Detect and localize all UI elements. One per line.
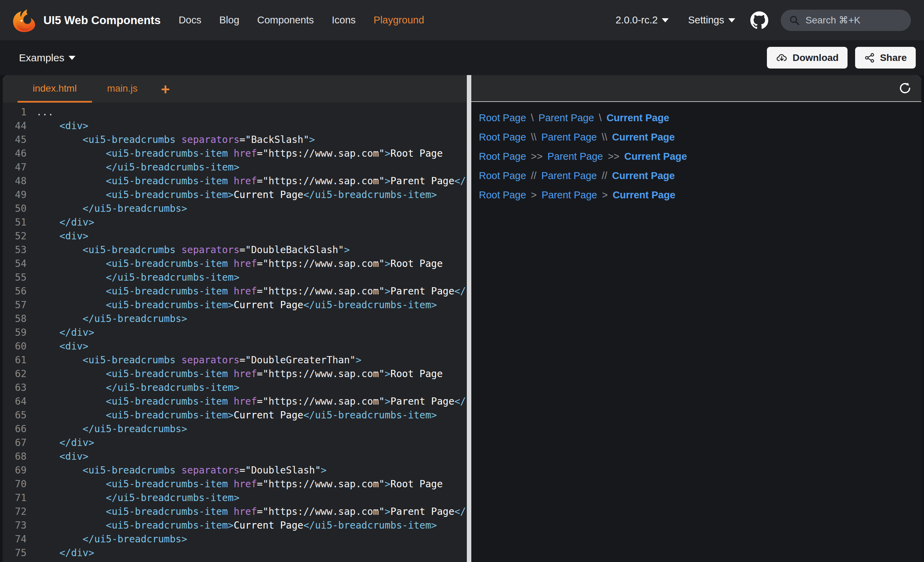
code-token-text: Root Page [390,258,443,269]
code-token-tag: <ui5-breadcrumbs [36,134,176,145]
line-number: 44 [3,119,27,133]
search-icon [789,15,800,26]
settings-dropdown[interactable]: Settings [688,15,735,26]
code-token-text: Current Page [234,189,303,201]
code-token-text: Root Page [390,368,443,379]
code-token-str: ="https://www.sap.com" [257,258,385,269]
line-number: 50 [3,202,27,216]
code-token-str: ="DoubleBackSlash" [240,244,344,256]
breadcrumb-link[interactable]: Root Page [479,112,526,124]
code-token-str: ="https://www.sap.com" [257,396,385,407]
breadcrumb-link[interactable]: Parent Page [541,132,597,143]
line-number: 55 [3,271,27,285]
code-token-tag: </ui5-breadcrumbs-item> [36,492,240,504]
tab-main-js[interactable]: main.js [92,76,153,103]
breadcrumb-separator: > [602,189,608,201]
code-token-attr: separators [176,465,240,476]
code-line: </ui5-breadcrumbs> [36,532,467,546]
code-token-text: Root Page [390,148,443,159]
line-number: 45 [3,133,27,147]
code-token-text: Current Page [234,409,303,421]
breadcrumb-link[interactable]: Root Page [479,132,526,143]
breadcrumb-separator: \\ [602,132,607,143]
code-token-str: ="https://www.sap.com" [257,175,385,187]
code-token-tag: </ui5-breadcrumbs-item> [454,285,467,297]
code-token-tag: <ui5-breadcrumbs-item [36,506,228,517]
code-token-tag: <ui5-breadcrumbs-item> [36,189,234,201]
code-token-attr: href [228,478,256,490]
code-token-str: ="https://www.sap.com" [257,285,385,297]
ui5-phoenix-logo-icon[interactable] [12,8,36,33]
line-number: 69 [3,463,27,477]
breadcrumb-link[interactable]: Parent Page [541,170,597,181]
code-line: </ui5-breadcrumbs-item> [36,491,467,505]
line-number: 53 [3,243,27,257]
nav-item-blog[interactable]: Blog [219,15,240,26]
share-label: Share [880,52,907,63]
share-icon [864,52,875,63]
code-token-str: ="https://www.sap.com" [257,148,385,159]
nav-item-icons[interactable]: Icons [332,15,356,26]
code-token-tag: </ui5-breadcrumbs-item> [36,162,240,173]
code-line: <ui5-breadcrumbs-item href="https://www.… [36,147,467,160]
line-number: 57 [3,298,27,312]
code-token-tag: <div> [36,230,88,242]
breadcrumbs-row: Root Page\Parent Page\Current Page [479,108,921,127]
code-token-tag: > [356,354,362,366]
code-token-plain: ... [36,106,54,118]
breadcrumb-separator: >> [531,151,543,162]
breadcrumb-current: Current Page [624,151,687,162]
nav-item-components[interactable]: Components [257,15,314,26]
refresh-icon[interactable] [898,81,912,95]
code-token-tag: <ui5-breadcrumbs-item [36,175,228,187]
tab-index-html[interactable]: index.html [18,76,92,103]
code-line: <div> [36,450,467,463]
code-token-attr: href [228,506,256,517]
code-token-str: ="BackSlash" [240,134,309,145]
examples-dropdown[interactable]: Examples [19,52,75,64]
code-token-tag: > [384,368,390,379]
share-button[interactable]: Share [855,47,916,69]
code-token-attr: separators [176,244,240,256]
code-token-tag: > [384,148,390,159]
breadcrumb-link[interactable]: Parent Page [538,112,594,124]
line-number: 73 [3,519,27,532]
version-dropdown[interactable]: 2.0.0-rc.2 [616,15,669,26]
github-icon[interactable] [750,11,768,29]
code-token-tag: </ui5-breadcrumbs-item> [454,175,467,187]
code-editor[interactable]: 1444546474849505152535455565758596061626… [3,103,467,562]
breadcrumb-separator: \ [599,112,602,124]
search-input[interactable]: Search ⌘+K [781,10,911,31]
breadcrumbs-row: Root Page//Parent Page//Current Page [479,166,921,185]
code-token-tag: </ui5-breadcrumbs-item> [303,299,437,310]
code-token-attr: href [228,396,256,407]
breadcrumb-link[interactable]: Root Page [479,151,526,162]
code-token-tag: <ui5-breadcrumbs-item [36,368,228,379]
code-token-tag: <ui5-breadcrumbs-item [36,148,228,159]
code-line: <ui5-breadcrumbs-item href="https://www.… [36,367,467,381]
download-label: Download [792,52,838,63]
breadcrumb-link[interactable]: Parent Page [542,189,597,201]
breadcrumb-current: Current Page [612,170,675,181]
editor-tabbar: index.htmlmain.js+ [3,75,467,103]
pane-splitter[interactable] [467,75,471,562]
line-number: 58 [3,312,27,326]
code-token-attr: separators [176,134,240,145]
breadcrumb-link[interactable]: Parent Page [548,151,603,162]
add-tab-button[interactable]: + [153,76,178,103]
breadcrumb-link[interactable]: Root Page [479,189,526,201]
code-content: ... <div> <ui5-breadcrumbs separators="B… [36,105,467,562]
code-token-tag: <ui5-breadcrumbs-item [36,285,228,297]
nav-item-playground[interactable]: Playground [374,15,424,26]
breadcrumb-link[interactable]: Root Page [479,170,526,181]
main-nav: DocsBlogComponentsIconsPlayground [178,15,424,26]
code-line: <ui5-breadcrumbs separators="DoubleBackS… [36,243,467,257]
nav-item-docs[interactable]: Docs [178,15,201,26]
preview-toolbar [471,75,921,102]
code-token-text: Parent Page [390,396,454,407]
chevron-down-icon [728,18,735,22]
code-token-str: ="DoubleSlash" [240,465,321,476]
download-button[interactable]: Download [767,47,848,69]
code-token-tag: </ui5-breadcrumbs-item> [36,272,240,283]
site-title: UI5 Web Components [44,14,160,27]
